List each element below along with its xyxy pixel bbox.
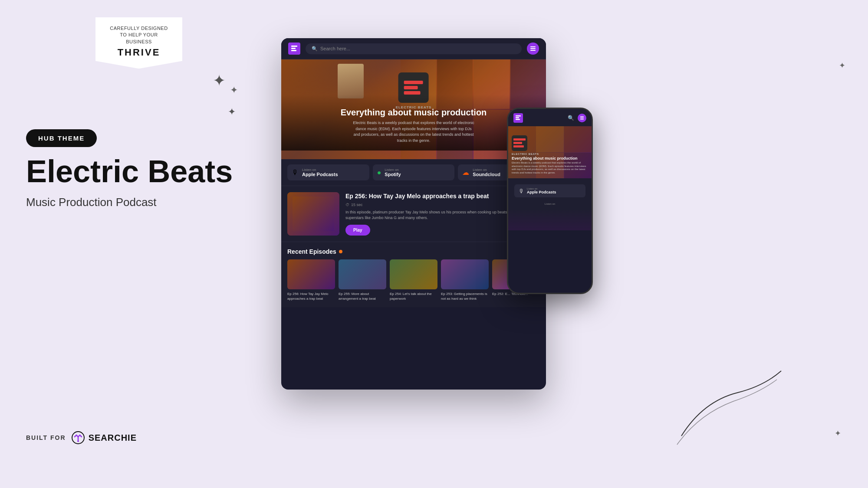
mobile-logo: [513, 113, 523, 123]
listen-on-label-3: Listen on: [473, 168, 500, 172]
search-bar[interactable]: 🔍 Search here...: [306, 43, 522, 54]
episode-card-2: Ep 255: More about arrangement a trap be…: [339, 259, 386, 301]
mobile-listen-section: 🎙 Listen on Apple Podcasts Listen on: [508, 178, 592, 209]
svg-rect-4: [291, 50, 296, 51]
svg-rect-9: [516, 117, 519, 118]
hero-text-overlay: Everything about music production Electr…: [281, 95, 546, 151]
mobile-second-listen-label: Listen on: [511, 201, 589, 206]
mobile-mockup: 🔍: [507, 108, 593, 294]
desktop-mockup: 🔍 Search here...: [281, 38, 546, 390]
svg-rect-13: [580, 119, 584, 120]
episode-card-title-1: Ep 256: How Tay Jay Melo approaches a tr…: [287, 292, 335, 301]
searchie-icon: [71, 431, 85, 445]
listen-on-label-2: Listen on: [385, 168, 401, 172]
spotify-label: Spotify: [385, 172, 401, 177]
hero-description: Electric Beats is a weekly podcast that …: [353, 120, 474, 144]
decorative-star-5: ✦: [835, 429, 841, 438]
svg-point-1: [77, 440, 79, 442]
recent-episodes-title: Recent Episodes: [287, 248, 336, 255]
mobile-apple-podcasts-button[interactable]: 🎙 Listen on Apple Podcasts: [514, 184, 585, 197]
episode-thumb-2: [339, 259, 386, 289]
svg-rect-3: [291, 48, 296, 49]
hero-title: Everything about music production: [299, 108, 529, 118]
recent-episodes-section: Recent Episodes Ep 256: How Tay Jay Melo…: [281, 242, 546, 307]
episode-thumb-1: [287, 259, 335, 289]
mobile-brand-badge: ELECTRIC BEATS: [512, 153, 588, 155]
soundcloud-icon: ☁: [462, 168, 469, 177]
listen-buttons-row: 🎙 Listen on Apple Podcasts ● Listen on S…: [281, 159, 546, 186]
menu-button[interactable]: [527, 43, 539, 55]
episode-card-4: Ep 253: Getting placements is not as har…: [441, 259, 489, 301]
app-header: 🔍 Search here...: [281, 38, 546, 59]
svg-rect-2: [291, 46, 297, 47]
mobile-hero-title: Everything about music production: [512, 156, 588, 160]
mobile-apple-podcasts-icon: 🎙: [519, 188, 524, 194]
main-subtitle: Music Production Podcast: [26, 196, 157, 209]
episode-card-title-4: Ep 253: Getting placements is not as har…: [441, 292, 489, 301]
built-for-label: BUILT FOR: [26, 434, 66, 441]
featured-episode-thumb: [287, 192, 339, 236]
episode-card-title-3: Ep 254: Let's talk about the paperwork: [390, 292, 437, 301]
person-portrait: [338, 64, 364, 98]
mobile-search-icon[interactable]: 🔍: [568, 115, 574, 121]
searchie-name: SEARCHIE: [89, 433, 137, 443]
mobile-apple-podcasts-label: Apple Podcasts: [527, 190, 556, 194]
svg-rect-12: [580, 118, 584, 118]
mobile-header: 🔍: [508, 109, 592, 126]
mobile-bottom-area: [508, 209, 592, 230]
apple-podcasts-icon: 🎙: [292, 169, 299, 177]
mobile-menu-button[interactable]: [578, 114, 586, 122]
episodes-grid: Ep 256: How Tay Jay Melo approaches a tr…: [287, 259, 540, 301]
listen-on-label-1: Listen on: [302, 168, 338, 172]
mobile-listen-text: Listen on Apple Podcasts: [527, 187, 556, 194]
mobile-nav-icons: 🔍: [568, 114, 586, 122]
banner-title: THRIVE: [108, 47, 170, 58]
mobile-hero-content: ELECTRIC BEATS Everything about music pr…: [512, 135, 588, 175]
listen-apple-podcasts[interactable]: 🎙 Listen on Apple Podcasts: [287, 164, 369, 180]
svg-rect-6: [530, 48, 536, 49]
built-for-section: BUILT FOR SEARCHIE: [26, 431, 137, 445]
episode-thumb-4: [441, 259, 489, 289]
section-header: Recent Episodes: [287, 248, 540, 255]
listen-spotify[interactable]: ● Listen on Spotify: [373, 164, 455, 180]
svg-rect-8: [516, 115, 521, 117]
banner-subtitle: CAREFULLY DESIGNED TO HELP YOUR BUSINESS: [108, 25, 170, 45]
mobile-hero-desc: Electric Beats is a weekly podcast that …: [512, 161, 588, 175]
search-placeholder: Search here...: [320, 46, 350, 51]
svg-rect-10: [516, 119, 520, 120]
featured-episode: Ep 256: How Tay Jay Melo approaches a tr…: [281, 186, 546, 242]
play-button[interactable]: Play: [345, 225, 370, 236]
left-panel: CAREFULLY DESIGNED TO HELP YOUR BUSINESS…: [0, 0, 278, 488]
episode-card-3: Ep 254: Let's talk about the paperwork: [390, 259, 437, 301]
svg-rect-7: [530, 50, 536, 51]
thrive-banner: CAREFULLY DESIGNED TO HELP YOUR BUSINESS…: [95, 17, 182, 69]
svg-rect-11: [580, 116, 584, 117]
apple-podcasts-label: Apple Podcasts: [302, 172, 338, 177]
decorative-curves: [668, 358, 790, 453]
hub-badge: HUB THEME: [26, 129, 97, 147]
spotify-icon: ●: [377, 169, 381, 177]
episode-card-title-2: Ep 255: More about arrangement a trap be…: [339, 292, 386, 301]
hero-section: ELECTRIC BEATS Everything about music pr…: [281, 59, 546, 159]
section-indicator-dot: [339, 250, 342, 253]
episode-card-1: Ep 256: How Tay Jay Melo approaches a tr…: [287, 259, 335, 301]
app-logo-icon: [288, 43, 300, 55]
episode-thumb-3: [390, 259, 437, 289]
mobile-podcast-logo: [512, 135, 527, 151]
mobile-hero: ELECTRIC BEATS Everything about music pr…: [508, 126, 592, 178]
soundcloud-label: Soundcloud: [473, 172, 500, 177]
decorative-star-4: ✦: [839, 61, 845, 70]
svg-rect-5: [530, 46, 536, 47]
searchie-logo: SEARCHIE: [71, 431, 137, 445]
main-title: Electric Beats: [26, 156, 233, 187]
